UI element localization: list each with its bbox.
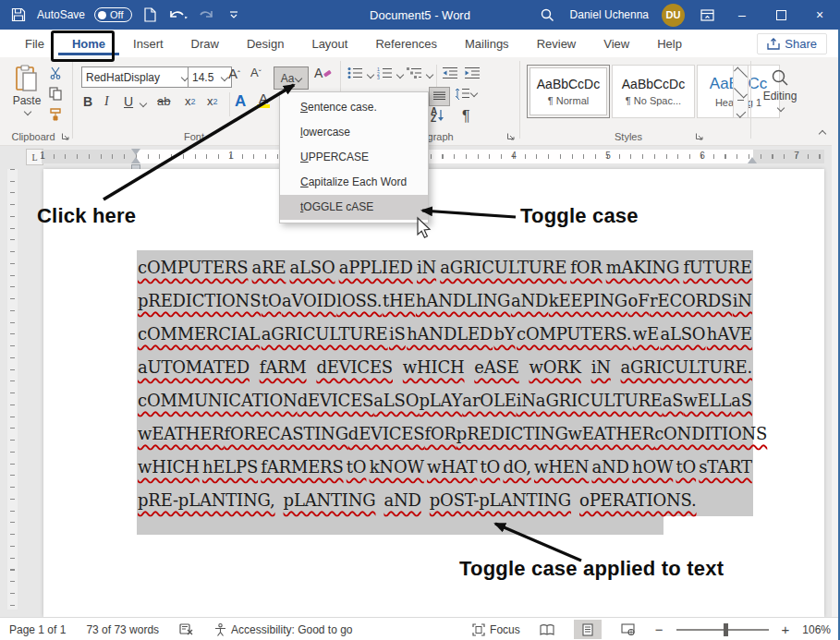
- undo-icon[interactable]: [169, 6, 188, 24]
- numbering-chevron-icon[interactable]: [396, 71, 404, 78]
- font-name-combobox[interactable]: RedHatDisplay: [81, 66, 192, 88]
- line-spacing-icon[interactable]: [455, 87, 477, 100]
- tab-layout[interactable]: Layout: [298, 31, 361, 55]
- word: wELL: [684, 391, 732, 410]
- ruler-number: 1: [40, 151, 45, 161]
- document-text[interactable]: cOMPUTERSaREaLSOaPPLIEDiNaGRICULTUREfORm…: [137, 250, 753, 516]
- zoom-slider[interactable]: [676, 629, 769, 631]
- editing-button[interactable]: Editing: [760, 65, 800, 137]
- page-indicator[interactable]: Page 1 of 1: [9, 623, 66, 636]
- menu-item-capitalize-each-word[interactable]: Capitalize Each Word: [280, 170, 428, 195]
- web-layout-button[interactable]: [615, 620, 642, 639]
- zoom-slider-thumb[interactable]: [724, 623, 728, 636]
- save-icon[interactable]: [9, 6, 28, 24]
- paragraph-dialog-launcher-icon[interactable]: [506, 131, 516, 144]
- copy-icon[interactable]: [49, 87, 62, 100]
- accessibility-status[interactable]: Accessibility: Good to go: [214, 623, 352, 636]
- clear-formatting-button[interactable]: A: [314, 66, 332, 80]
- zoom-level[interactable]: 106%: [802, 623, 831, 636]
- word: kNOW: [370, 457, 424, 477]
- strikethrough-button[interactable]: ab: [157, 94, 170, 108]
- font-size-combobox[interactable]: 14.5: [188, 66, 232, 88]
- clipboard-dialog-launcher-icon[interactable]: [61, 131, 70, 144]
- share-button[interactable]: Share: [757, 33, 827, 54]
- user-name[interactable]: Daniel Uchenna: [570, 8, 649, 21]
- tab-design[interactable]: Design: [233, 31, 298, 55]
- bullets-icon[interactable]: [347, 66, 363, 79]
- numbering-icon[interactable]: 123: [377, 66, 393, 79]
- multilevel-list-icon[interactable]: [407, 66, 422, 79]
- focus-button[interactable]: Focus: [472, 623, 520, 636]
- autosave-state: Off: [110, 9, 123, 20]
- change-case-button[interactable]: Aa: [274, 66, 309, 90]
- paste-button[interactable]: Paste: [7, 65, 46, 131]
- tab-review[interactable]: Review: [523, 31, 590, 55]
- word-count[interactable]: 73 of 73 words: [86, 623, 159, 636]
- search-icon[interactable]: [539, 6, 557, 24]
- tab-draw[interactable]: Draw: [177, 31, 233, 55]
- pilcrow-button[interactable]: ¶: [462, 108, 470, 125]
- decrease-indent-icon[interactable]: [442, 66, 458, 79]
- maximize-button[interactable]: [768, 2, 794, 28]
- quick-access-menu-icon[interactable]: [225, 6, 243, 24]
- tab-mailings[interactable]: Mailings: [451, 31, 523, 55]
- tab-references[interactable]: References: [361, 31, 450, 55]
- menu-item-sentence-case[interactable]: Sentence case.: [280, 95, 428, 120]
- style-normal[interactable]: AaBbCcDc¶ Normal: [527, 65, 610, 118]
- close-button[interactable]: ×: [807, 2, 833, 28]
- bold-button[interactable]: B: [83, 94, 92, 109]
- multilevel-chevron-icon[interactable]: [426, 71, 433, 78]
- text-line: wEATHERfORECASTINGdEVICESfORpREDICTINGwE…: [137, 417, 753, 450]
- font-size-value: 14.5: [192, 71, 213, 84]
- subscript-button[interactable]: x2: [185, 94, 196, 108]
- proofing-status-icon[interactable]: [179, 623, 194, 635]
- format-painter-icon[interactable]: [49, 107, 63, 121]
- sort-button[interactable]: AZ: [431, 108, 444, 123]
- vertical-scrollbar[interactable]: [832, 145, 838, 617]
- right-indent-marker[interactable]: [748, 157, 757, 163]
- ribbon-display-options-icon[interactable]: [698, 6, 716, 24]
- style-scroll-up-icon[interactable]: [734, 66, 748, 83]
- cut-icon[interactable]: [49, 66, 62, 79]
- bullets-chevron-icon[interactable]: [367, 71, 374, 78]
- shrink-font-button[interactable]: Aˇ: [250, 66, 262, 79]
- tab-file[interactable]: File: [11, 31, 58, 55]
- autosave-toggle[interactable]: Off: [94, 7, 131, 22]
- zoom-in-button[interactable]: +: [782, 622, 790, 637]
- style-gallery-more-icon[interactable]: [734, 100, 748, 117]
- horizontal-ruler[interactable]: 11234567: [42, 150, 824, 163]
- justify-button[interactable]: [429, 87, 450, 106]
- hanging-indent-marker[interactable]: [131, 157, 140, 163]
- superscript-button[interactable]: x2: [207, 94, 218, 108]
- minimize-button[interactable]: –: [729, 2, 755, 28]
- underline-button[interactable]: U: [124, 94, 133, 109]
- read-mode-button[interactable]: [533, 620, 561, 639]
- underline-chevron-icon[interactable]: [140, 100, 147, 107]
- collapse-ribbon-icon[interactable]: [815, 127, 830, 140]
- word: oPERATIONS.: [579, 490, 697, 510]
- grow-font-button[interactable]: Aˆ: [228, 66, 240, 81]
- menu-item-toggle-case[interactable]: tOGGLE cASE: [280, 195, 428, 220]
- print-layout-button[interactable]: [574, 620, 602, 639]
- style-no-spac[interactable]: AaBbCcDc¶ No Spac...: [612, 65, 695, 118]
- redo-icon[interactable]: [197, 6, 215, 24]
- text-effects-button[interactable]: A: [235, 92, 246, 111]
- tab-insert[interactable]: Insert: [119, 31, 177, 55]
- tab-view[interactable]: View: [590, 31, 643, 55]
- vertical-ruler[interactable]: [7, 169, 18, 610]
- avatar[interactable]: DU: [662, 4, 685, 27]
- style-scroll-down-icon[interactable]: [734, 83, 748, 101]
- menu-item-lowercase[interactable]: lowercase: [280, 120, 428, 145]
- styles-dialog-launcher-icon[interactable]: [695, 131, 704, 144]
- zoom-out-button[interactable]: −: [655, 622, 663, 637]
- tab-help[interactable]: Help: [643, 31, 696, 55]
- word: cOMMUNICATION: [138, 391, 298, 410]
- word: pREDICTING: [457, 424, 568, 443]
- menu-item-uppercase[interactable]: UPPERCASE: [280, 145, 428, 170]
- highlight-button[interactable]: A: [257, 92, 270, 108]
- italic-button[interactable]: I: [104, 94, 109, 109]
- tab-home[interactable]: Home: [58, 31, 119, 55]
- new-document-icon[interactable]: [141, 6, 160, 24]
- increase-indent-icon[interactable]: [464, 66, 481, 79]
- first-line-indent-marker[interactable]: [131, 149, 140, 155]
